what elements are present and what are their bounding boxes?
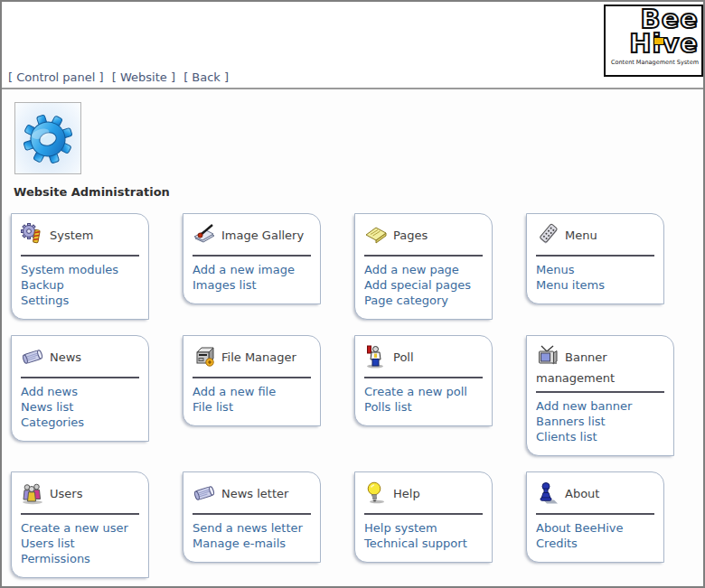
nav-back-link[interactable]: [ Back ] <box>183 70 229 84</box>
poll-icon <box>364 345 388 369</box>
image-gallery-icon <box>193 223 216 247</box>
modules-grid: System System modules Backup Settings <box>11 213 694 578</box>
module-title: About <box>565 487 599 500</box>
module-title: News letter <box>221 487 288 500</box>
module-link[interactable]: Menu items <box>536 278 654 293</box>
content-area: Website Administration <box>2 89 703 578</box>
divider <box>21 255 139 257</box>
banner-icon <box>536 345 559 369</box>
module-link[interactable]: Add news <box>21 385 139 399</box>
divider <box>193 513 311 515</box>
divider <box>21 377 139 378</box>
card-head: Menu <box>536 223 654 249</box>
module-title: Users <box>50 487 82 500</box>
divider <box>364 513 483 515</box>
module-link[interactable]: Technical support <box>364 537 483 551</box>
website-admin-gear-box <box>14 102 81 174</box>
blue-gear-icon <box>22 112 74 164</box>
module-link[interactable]: Settings <box>21 294 139 308</box>
users-icon <box>21 481 44 505</box>
breadcrumb-nav: [ Control panel ] [ Website ] [ Back ] <box>8 70 233 84</box>
logo-tagline: Content Management System <box>608 59 699 66</box>
card-head: News letter <box>193 481 311 508</box>
divider <box>536 513 654 515</box>
module-card-file-manager: File Manager Add a new file File list <box>183 335 321 426</box>
module-link[interactable]: News list <box>21 400 139 415</box>
card-head: Image Gallery <box>193 223 311 249</box>
module-card-about: About About BeeHive Credits <box>526 471 664 563</box>
module-link[interactable]: Menus <box>536 263 654 277</box>
beehive-logo: Bee Hive Content Management System <box>604 5 703 77</box>
module-link[interactable]: Add a new page <box>364 263 483 277</box>
module-link[interactable]: Add new banner <box>536 399 664 414</box>
divider <box>193 377 311 378</box>
beehive-admin-page: [ Control panel ] [ Website ] [ Back ] B… <box>0 0 705 588</box>
module-card-users: Users Create a new user Users list Permi… <box>11 471 149 578</box>
divider <box>536 255 654 257</box>
module-link[interactable]: Add a new image <box>193 263 311 277</box>
module-link[interactable]: Create a new user <box>21 521 139 536</box>
card-head: About <box>536 481 654 508</box>
module-title: Poll <box>393 350 414 364</box>
divider <box>536 391 664 393</box>
file-manager-icon <box>193 345 216 369</box>
module-link[interactable]: Help system <box>364 521 483 536</box>
module-card-help: Help Help system Technical support <box>354 471 493 563</box>
module-link[interactable]: Page category <box>364 294 483 308</box>
module-title: Pages <box>393 229 428 242</box>
pages-icon <box>364 223 388 247</box>
module-link[interactable]: Send a news letter <box>193 521 311 536</box>
card-head: Users <box>21 481 139 508</box>
module-link[interactable]: Users list <box>21 537 139 551</box>
module-link[interactable]: Images list <box>193 278 311 293</box>
module-link[interactable]: Banners list <box>536 415 664 429</box>
module-title: System <box>50 229 93 242</box>
card-head: File Manager <box>193 345 311 371</box>
divider <box>364 377 483 378</box>
nav-control-panel-link[interactable]: [ Control panel ] <box>8 70 104 84</box>
card-head: System <box>21 223 139 249</box>
module-link[interactable]: Manage e-mails <box>193 537 311 551</box>
module-link[interactable]: Credits <box>536 537 654 551</box>
menu-icon <box>536 223 559 247</box>
module-title: Image Gallery <box>221 229 304 242</box>
module-card-poll: Poll Create a new poll Polls list <box>354 335 493 426</box>
newsletter-icon <box>193 481 216 505</box>
news-icon <box>21 345 44 369</box>
divider <box>21 513 139 515</box>
module-card-news: News Add news News list Categories <box>11 335 149 442</box>
header: [ Control panel ] [ Website ] [ Back ] B… <box>2 2 703 89</box>
module-card-news-letter: News letter Send a news letter Manage e-… <box>183 471 321 563</box>
card-head: Help <box>364 481 483 508</box>
divider <box>364 255 483 257</box>
module-link[interactable]: Categories <box>21 415 139 430</box>
divider <box>193 255 311 257</box>
module-card-banner-management: Banner management Add new banner Banners… <box>526 335 674 456</box>
module-link[interactable]: File list <box>193 400 311 415</box>
module-link[interactable]: Polls list <box>364 400 483 415</box>
module-card-system: System System modules Backup Settings <box>11 213 149 320</box>
module-link[interactable]: System modules <box>21 263 139 277</box>
logo-i-dot <box>653 37 664 45</box>
module-card-pages: Pages Add a new page Add special pages P… <box>354 213 493 320</box>
module-link[interactable]: Add a new file <box>193 385 311 399</box>
nav-website-link[interactable]: [ Website ] <box>112 70 175 84</box>
module-link[interactable]: About BeeHive <box>536 521 654 536</box>
help-icon <box>364 481 388 505</box>
module-link[interactable]: Permissions <box>21 552 139 566</box>
module-link[interactable]: Backup <box>21 278 139 293</box>
module-card-image-gallery: Image Gallery Add a new image Images lis… <box>183 213 321 304</box>
module-link[interactable]: Clients list <box>536 430 664 444</box>
module-title: Help <box>393 487 420 500</box>
module-title: Menu <box>565 229 597 242</box>
about-icon <box>536 481 559 505</box>
card-head: Poll <box>364 345 483 371</box>
module-link[interactable]: Create a new poll <box>364 385 483 399</box>
page-title: Website Administration <box>14 185 694 199</box>
module-title: File Manager <box>221 350 296 364</box>
module-link[interactable]: Add special pages <box>364 278 483 293</box>
card-head: News <box>21 345 139 371</box>
card-head: Pages <box>364 223 483 249</box>
system-icon <box>21 223 44 247</box>
card-head: Banner management <box>536 345 664 386</box>
